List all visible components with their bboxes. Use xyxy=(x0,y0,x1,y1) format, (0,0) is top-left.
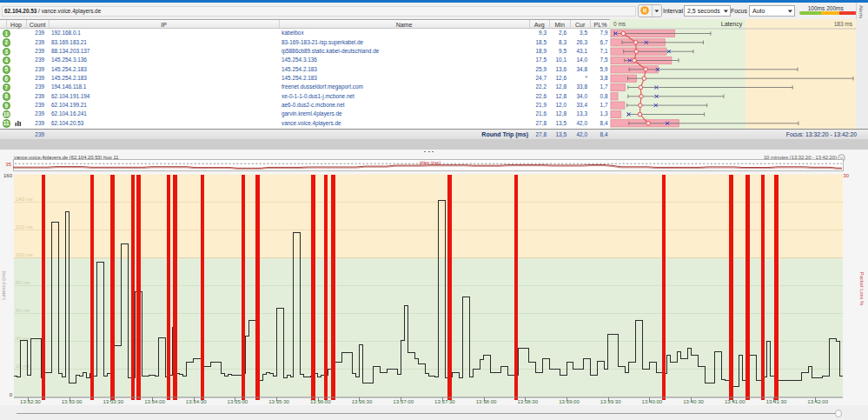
svg-text:13:35:30: 13:35:30 xyxy=(268,398,289,404)
svg-text:60 ms: 60 ms xyxy=(16,308,30,313)
svg-text:13:36:00: 13:36:00 xyxy=(310,398,331,404)
svg-text:80 ms: 80 ms xyxy=(16,280,30,285)
svg-text:30: 30 xyxy=(844,173,849,178)
svg-text:13:40:00: 13:40:00 xyxy=(642,398,663,404)
svg-text:13:32:30: 13:32:30 xyxy=(20,398,41,404)
svg-text:160: 160 xyxy=(3,173,13,178)
svg-text:Packet Loss %: Packet Loss % xyxy=(859,272,865,305)
svg-text:13:41:30: 13:41:30 xyxy=(766,398,787,404)
svg-text:Latency (ms): Latency (ms) xyxy=(1,270,6,300)
svg-text:13:37:30: 13:37:30 xyxy=(434,398,455,404)
svg-text:13:36:30: 13:36:30 xyxy=(352,398,373,404)
svg-text:13:33:30: 13:33:30 xyxy=(103,398,123,404)
svg-text:13:42:00: 13:42:00 xyxy=(807,398,828,404)
svg-text:13:35:00: 13:35:00 xyxy=(228,398,248,404)
svg-text:100 ms: 100 ms xyxy=(16,252,33,257)
svg-text:13:38:30: 13:38:30 xyxy=(517,398,538,404)
svg-text:13:33:00: 13:33:00 xyxy=(62,398,83,404)
svg-text:13:34:00: 13:34:00 xyxy=(144,398,165,404)
svg-text:13:39:00: 13:39:00 xyxy=(559,398,580,404)
svg-text:13:34:30: 13:34:30 xyxy=(186,398,207,404)
svg-text:13:39:30: 13:39:30 xyxy=(600,398,621,404)
svg-text:13:37:00: 13:37:00 xyxy=(393,398,414,404)
svg-text:13:40:30: 13:40:30 xyxy=(683,398,704,404)
svg-text:13:38:00: 13:38:00 xyxy=(476,398,497,404)
svg-text:120 ms: 120 ms xyxy=(16,224,33,230)
svg-text:0: 0 xyxy=(10,392,13,397)
svg-text:13:41:00: 13:41:00 xyxy=(725,398,745,404)
svg-text:140 ms: 140 ms xyxy=(16,197,33,202)
